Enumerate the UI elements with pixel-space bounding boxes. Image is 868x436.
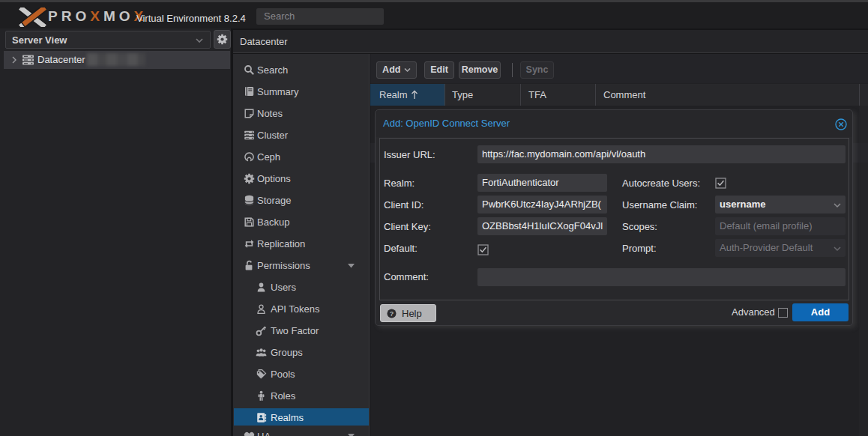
svg-text:?: ? [390,310,394,318]
